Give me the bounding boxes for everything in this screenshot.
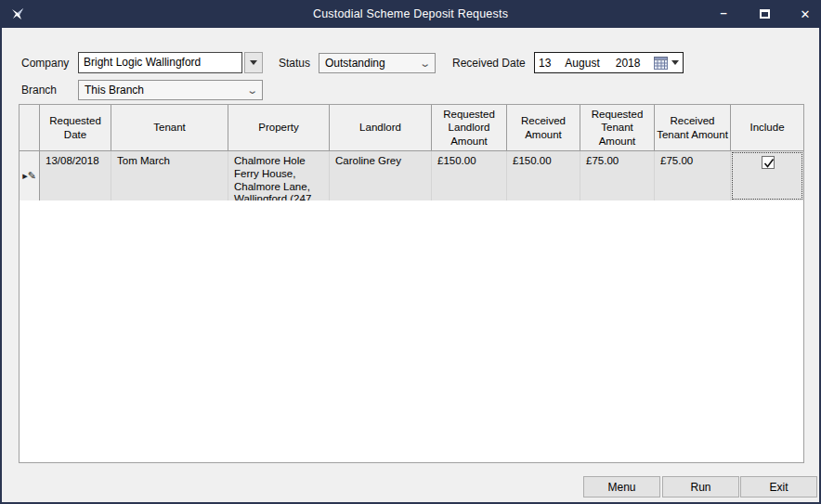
close-button[interactable]: ✕ [797,6,814,22]
column-header-requested-landlord-amount[interactable]: Requested Landlord Amount [432,105,507,151]
company-label: Company [21,57,69,70]
company-combobox[interactable]: Bright Logic Wallingford [78,52,263,73]
date-month[interactable]: August [565,57,599,70]
cell-requested-tenant-amount[interactable]: £75.00 [580,151,655,200]
exit-button[interactable]: Exit [740,476,817,498]
cell-requested-landlord-amount[interactable]: £150.00 [432,151,507,200]
maximize-icon [760,9,770,19]
minimize-icon: – [720,6,726,19]
table-row[interactable]: ▸✎ 13/08/2018 Tom March Chalmore Hole Fe… [20,151,803,200]
minimize-button[interactable]: – [715,6,732,22]
cell-include[interactable] [731,151,803,200]
cell-property[interactable]: Chalmore Hole Ferry House, Chalmore Lane… [228,151,330,200]
branch-value: This Branch [85,84,144,97]
run-button[interactable]: Run [662,476,739,498]
row-edit-indicator-icon: ▸✎ [20,151,40,200]
column-header-property[interactable]: Property [228,105,330,151]
column-header-received-amount[interactable]: Received Amount [507,105,580,151]
status-label: Status [279,57,310,70]
company-value: Bright Logic Wallingford [78,52,242,73]
include-checkbox[interactable] [762,156,775,169]
chevron-down-icon [250,60,257,65]
status-combobox[interactable]: Outstanding ⌄ [319,53,436,73]
column-header-received-tenant-amount[interactable]: Received Tenant Amount [655,105,731,151]
company-dropdown-button[interactable] [244,52,263,73]
close-icon: ✕ [801,7,811,21]
app-window: Custodial Scheme Deposit Requests – ✕ Co… [0,0,821,504]
column-header-landlord[interactable]: Landlord [330,105,432,151]
cell-landlord[interactable]: Caroline Grey [330,151,432,200]
chevron-down-icon: ⌄ [246,84,258,97]
received-date-picker[interactable]: 13 August 2018 [534,52,684,73]
chevron-down-icon: ⌄ [419,58,431,70]
titlebar: Custodial Scheme Deposit Requests – ✕ [0,0,821,28]
status-value: Outstanding [325,57,385,70]
column-header-include[interactable]: Include [731,105,803,151]
menu-button[interactable]: Menu [583,476,660,498]
check-icon [763,158,775,169]
cell-requested-date[interactable]: 13/08/2018 [40,151,111,200]
cell-received-tenant-amount[interactable]: £75.00 [655,151,731,200]
column-header-requested-tenant-amount[interactable]: Requested Tenant Amount [580,105,655,151]
chevron-down-icon [671,60,679,65]
grid-header-row: Requested Date Tenant Property Landlord … [20,105,803,151]
date-year[interactable]: 2018 [616,57,641,70]
column-header-tenant[interactable]: Tenant [111,105,228,151]
calendar-icon [654,57,668,70]
maximize-button[interactable] [756,6,773,22]
branch-label: Branch [21,84,57,97]
grid-corner-cell [20,105,40,151]
window-title: Custodial Scheme Deposit Requests [0,7,821,20]
cell-received-amount[interactable]: £150.00 [507,151,580,200]
column-header-requested-date[interactable]: Requested Date [40,105,111,151]
date-day[interactable]: 13 [539,57,551,70]
branch-combobox[interactable]: This Branch ⌄ [78,80,263,100]
cell-tenant[interactable]: Tom March [111,151,228,200]
received-date-label: Received Date [452,57,526,70]
deposit-requests-grid: Requested Date Tenant Property Landlord … [19,104,804,463]
